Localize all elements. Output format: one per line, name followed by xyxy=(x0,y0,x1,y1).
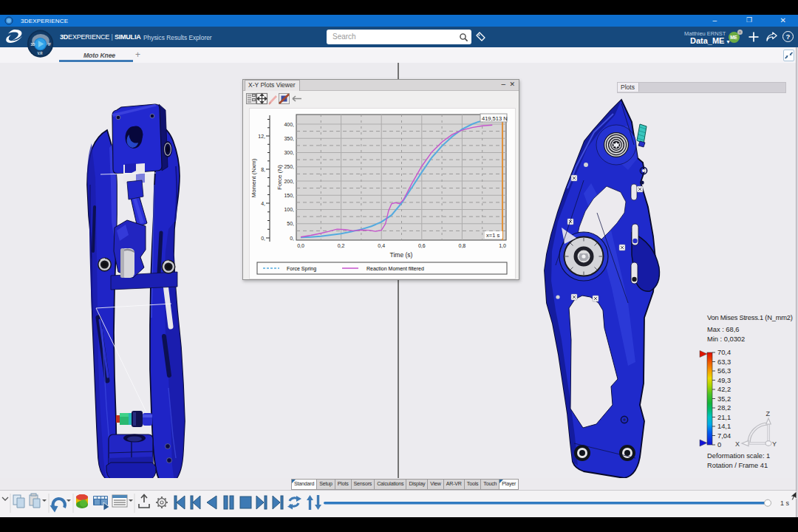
svg-text:X: X xyxy=(735,440,740,448)
svg-text:Z: Z xyxy=(766,410,771,417)
svg-text:63,3: 63,3 xyxy=(717,358,731,366)
svg-text:Moment (Nxm): Moment (Nxm) xyxy=(250,158,257,197)
svg-text:35,2: 35,2 xyxy=(717,395,731,403)
svg-text:56,3: 56,3 xyxy=(717,367,731,375)
svg-text:1,0: 1,0 xyxy=(499,243,506,248)
svg-text:49,3: 49,3 xyxy=(717,377,731,384)
svg-text:28,2: 28,2 xyxy=(717,404,731,412)
svg-text:1 s: 1 s xyxy=(780,499,790,507)
svg-text:200,: 200, xyxy=(284,179,294,184)
svg-text:Force Spring: Force Spring xyxy=(287,266,316,272)
svg-text:419,513 N: 419,513 N xyxy=(482,115,508,122)
svg-text:7,04: 7,04 xyxy=(717,432,731,440)
svg-text:Reaction Moment filtered: Reaction Moment filtered xyxy=(366,266,424,271)
svg-text:350,: 350, xyxy=(284,136,294,141)
svg-text:4,: 4, xyxy=(261,201,265,206)
svg-text:400,: 400, xyxy=(284,122,294,127)
svg-text:8,: 8, xyxy=(261,167,265,172)
svg-text:0,4: 0,4 xyxy=(378,243,385,248)
svg-text:Force (N): Force (N) xyxy=(276,165,283,190)
svg-text:3D: 3D xyxy=(30,43,35,47)
svg-text:IF: IF xyxy=(48,43,51,47)
svg-text:0,2: 0,2 xyxy=(338,243,345,248)
svg-text:Y: Y xyxy=(772,440,777,448)
svg-text:0,: 0, xyxy=(290,236,294,241)
svg-text:14,1: 14,1 xyxy=(717,423,731,430)
svg-text:50,: 50, xyxy=(287,221,294,226)
svg-text:Time (s): Time (s) xyxy=(390,251,413,259)
svg-text:0,: 0, xyxy=(261,236,265,241)
svg-text:0,6: 0,6 xyxy=(418,243,426,248)
svg-text:0,0: 0,0 xyxy=(297,243,304,248)
svg-text:150,: 150, xyxy=(284,193,294,198)
svg-text:42,2: 42,2 xyxy=(717,386,731,393)
svg-text:70,4: 70,4 xyxy=(717,349,731,356)
svg-text:x=1 s: x=1 s xyxy=(486,232,499,239)
svg-text:0,8: 0,8 xyxy=(459,243,466,248)
svg-text:V.R: V.R xyxy=(37,52,43,55)
svg-text:300,: 300, xyxy=(284,150,294,155)
svg-text:21,1: 21,1 xyxy=(717,414,731,421)
svg-text:0: 0 xyxy=(717,441,721,449)
svg-text:250,: 250, xyxy=(284,164,294,169)
svg-text:100,: 100, xyxy=(284,207,294,212)
svg-text:12,: 12, xyxy=(258,134,265,139)
